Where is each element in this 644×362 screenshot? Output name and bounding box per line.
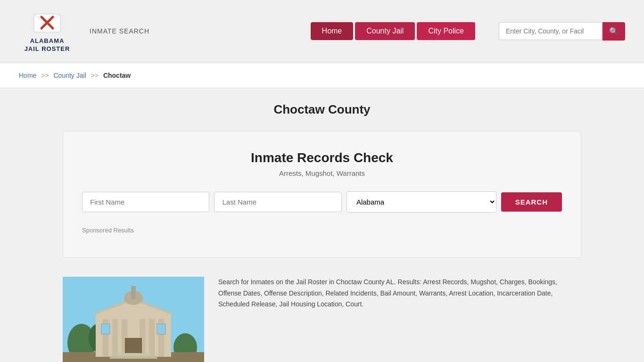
main-nav: Home County Jail City Police	[311, 22, 475, 40]
state-select[interactable]: Alabama Alaska Arizona California	[347, 191, 496, 213]
svg-rect-23	[110, 356, 157, 359]
nav-city-police-button[interactable]: City Police	[417, 22, 475, 40]
header-search-input[interactable]	[499, 22, 603, 40]
breadcrumb-home-link[interactable]: Home	[19, 72, 36, 79]
main-content: Choctaw County Inmate Records Check Arre…	[53, 88, 591, 362]
first-name-input[interactable]	[82, 192, 209, 212]
logo-text: ALABAMA JAIL ROSTER	[25, 37, 70, 53]
breadcrumb-county-jail-link[interactable]: County Jail	[54, 72, 86, 79]
bottom-section: Search for Inmates on the Jail Roster in…	[63, 277, 581, 362]
search-icon: 🔍	[609, 27, 619, 35]
records-title: Inmate Records Check	[82, 150, 562, 165]
breadcrumb-sep2: >>	[91, 72, 99, 79]
logo-area: ALABAMA JAIL ROSTER	[19, 9, 75, 53]
svg-rect-18	[131, 286, 136, 299]
svg-rect-22	[157, 324, 165, 334]
page-title: Choctaw County	[63, 102, 581, 117]
sponsored-label: Sponsored Results	[82, 227, 562, 234]
header-search-button[interactable]: 🔍	[603, 22, 625, 41]
breadcrumb-current: Choctaw	[103, 72, 131, 79]
nav-home-button[interactable]: Home	[311, 22, 354, 40]
breadcrumb: Home >> County Jail >> Choctaw	[0, 63, 644, 88]
last-name-input[interactable]	[214, 192, 341, 212]
records-search-button[interactable]: SEARCH	[501, 192, 562, 212]
courthouse-image	[63, 277, 204, 362]
records-subtitle: Arrests, Mugshot, Warrants	[82, 169, 562, 177]
svg-rect-24	[115, 353, 152, 356]
header: ALABAMA JAIL ROSTER INMATE SEARCH Home C…	[0, 0, 644, 63]
breadcrumb-sep1: >>	[41, 72, 49, 79]
records-check-box: Inmate Records Check Arrests, Mugshot, W…	[63, 131, 581, 258]
logo-icon	[33, 9, 61, 35]
svg-rect-13	[149, 319, 155, 357]
svg-rect-21	[101, 324, 110, 334]
nav-county-jail-button[interactable]: County Jail	[355, 22, 415, 40]
inmate-search-form: Alabama Alaska Arizona California SEARCH	[82, 191, 562, 213]
svg-rect-10	[112, 319, 118, 357]
description-text: Search for Inmates on the Jail Roster in…	[218, 277, 581, 310]
header-search-bar: 🔍	[499, 22, 625, 41]
inmate-search-label: INMATE SEARCH	[90, 27, 149, 35]
